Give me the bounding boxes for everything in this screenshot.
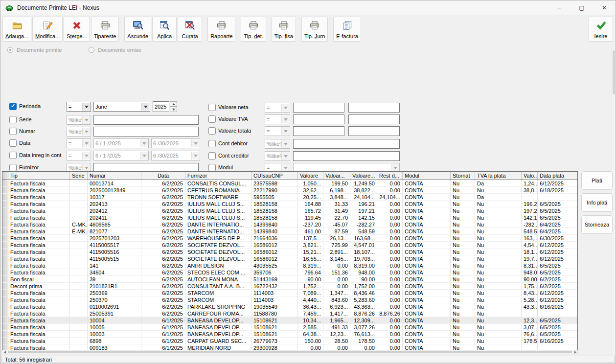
scroll-left-arrow-icon[interactable]	[2, 350, 7, 354]
column-header-tva-la-plata[interactable]: TVA la plata	[475, 172, 522, 180]
filter-input-cont-creditor-0[interactable]	[293, 151, 400, 161]
toolbar-button-tip-jurn[interactable]: Tip. Jurn	[301, 17, 328, 42]
toolbar-button-iesire[interactable]: Iesire	[589, 17, 613, 42]
column-header-numar[interactable]: Numar	[88, 172, 141, 180]
table-row[interactable]: Factura fiscala2025000128496/2/2025CEETR…	[2, 187, 577, 194]
row-indicator	[2, 283, 8, 289]
table-row[interactable]: Factura fiscala103176/2/2025TRONN SOFTWA…	[2, 194, 577, 201]
checkbox-cont-creditor[interactable]	[208, 152, 216, 159]
cell-serie	[70, 276, 88, 282]
filter-input-valoare-totala-0[interactable]	[293, 126, 344, 136]
column-header-tip[interactable]: Tip	[8, 172, 70, 180]
table-row[interactable]: Factura fiscala2503706/2/2025STARCOM1114…	[2, 296, 577, 303]
table-row[interactable]: Factura fiscalaC-MK...46065656/2/2025DAN…	[2, 221, 577, 228]
filter-input-valoare-tva-1[interactable]	[348, 114, 400, 124]
table-row[interactable]: Factura fiscala01100026916/2/2025PARKLAK…	[2, 303, 577, 310]
scrollbar-thumb[interactable]	[613, 50, 615, 94]
checkbox-valoare-totala[interactable]	[208, 127, 216, 135]
toolbar-button-sterge[interactable]: Sterge...	[64, 17, 90, 42]
toolbar-button-modifica[interactable]: Modifica...	[32, 17, 63, 42]
filter-input-valoare-tva-0[interactable]	[293, 114, 344, 124]
column-header-data-plata[interactable]: Data plata	[538, 172, 578, 180]
filter-input-valoare-neta-0[interactable]	[293, 103, 344, 113]
table-row[interactable]: Factura fiscala41150055166/2/2025SOCIETA…	[2, 249, 577, 255]
cell-valo: 163,...	[522, 235, 538, 241]
maximize-button[interactable]: ▢	[570, 0, 593, 15]
minimize-button[interactable]: –	[548, 0, 570, 15]
table-row[interactable]: Factura fiscala250053916/2/2025CARREFOUR…	[2, 310, 577, 317]
table-row[interactable]: Factura fiscala100046/1/2025BANEASA DEVE…	[2, 317, 577, 324]
column-header-furnizor[interactable]: Furnizor	[185, 172, 251, 180]
storneaza-button[interactable]: Storneaza	[581, 215, 613, 234]
close-button[interactable]: ✕	[593, 0, 616, 15]
operator-select-cont-debitor[interactable]: %like%	[265, 139, 290, 149]
table-row[interactable]: Bon fiscal396/2/2025AUTOCLEAN MONA514431…	[2, 276, 577, 283]
toolbar-button-adauga[interactable]: Adauga...	[2, 17, 31, 42]
table-row[interactable]: Factura fiscala100036/1/2025BANEASA DEVE…	[2, 331, 577, 338]
cell-modul: CONTA	[403, 187, 451, 193]
operator-select-valoare-totala[interactable]: =	[265, 126, 290, 136]
checkbox-modul[interactable]	[208, 164, 216, 171]
plati-button[interactable]: Plati	[581, 171, 613, 190]
info-plati-button[interactable]: Info plati	[581, 193, 613, 212]
table-row[interactable]: Factura fiscala2024126/2/2025IULIUS MALL…	[2, 207, 577, 214]
scroll-right-arrow-icon[interactable]	[573, 350, 577, 354]
radio-documente-primite[interactable]: Documente primite	[7, 47, 62, 53]
cell-tip: Factura fiscala	[8, 310, 70, 317]
column-header-valoare[interactable]: Valoare...	[350, 172, 377, 180]
table-row[interactable]: Factura fiscala2024136/2/2025IULIUS MALL…	[2, 201, 577, 207]
table-row[interactable]: Factura fiscala000137146/2/2025CONSALTIS…	[2, 180, 577, 187]
cell-valoare: 90.00	[298, 276, 323, 282]
operator-value: =	[267, 116, 270, 122]
toolbar-button-rapoarte[interactable]: Rapoarte	[207, 17, 235, 42]
table-row[interactable]: Factura fiscala41150055176/2/2025SOCIETA…	[2, 242, 577, 249]
table-row[interactable]: Factura fiscala20257012036/2/2025WAREHOU…	[2, 235, 577, 242]
operator-select-valoare-tva[interactable]: =	[265, 114, 290, 124]
filter-input-valoare-neta-1[interactable]	[348, 103, 400, 113]
column-header-stornat[interactable]: Stornat	[451, 172, 475, 180]
column-header-valo[interactable]: Valo...	[522, 172, 538, 180]
toolbar-button-aplica[interactable]: Aplica	[152, 17, 177, 42]
cell-numar: 202412	[88, 207, 141, 214]
table-row[interactable]: Factura fiscalaE-MK...8210776/2/2025DANT…	[2, 228, 577, 235]
scrollbar-thumb[interactable]	[8, 351, 572, 353]
cell-tva-la-plata: Nu	[475, 228, 522, 234]
cell-valoare: 36,43...	[298, 303, 323, 310]
radio-documente-emise[interactable]: Documente emise	[89, 47, 141, 53]
column-header-data[interactable]: Data	[141, 172, 185, 180]
toolbar-button-tipareste[interactable]: Tipareste	[91, 17, 119, 42]
toolbar-button-tip-fisa[interactable]: Tip. fisa	[272, 17, 296, 42]
checkbox-cont-debitor[interactable]	[208, 140, 216, 147]
table-row[interactable]: Factura fiscala346046/2/2025STECOS ELEC …	[2, 269, 577, 276]
checkbox-valoare-tva[interactable]	[208, 115, 216, 123]
toolbar-button-ascunde[interactable]: Ascunde	[124, 17, 151, 42]
cell-tip: Factura fiscala	[8, 303, 70, 310]
grid-horizontal-scrollbar[interactable]	[2, 350, 578, 354]
chevron-down-icon	[281, 104, 289, 112]
cell-numar: 202413	[88, 201, 141, 207]
cell-rest-d: 0.00	[377, 283, 403, 289]
column-header-serie[interactable]: Serie	[70, 172, 88, 180]
table-row[interactable]: Factura fiscala2024116/2/2025IULIUS MALL…	[2, 214, 577, 221]
toolbar-button-curata[interactable]: Curata	[178, 17, 202, 42]
checkbox-valoare-neta[interactable]	[208, 104, 216, 111]
table-row[interactable]: Factura fiscala100056/1/2025BANEASA DEVE…	[2, 324, 577, 331]
column-header-valoare[interactable]: Valoare	[298, 172, 323, 180]
filter-input-cont-debitor-0[interactable]	[293, 139, 400, 149]
table-row[interactable]: Decont prima2101821R16/2/2025CONSULTANT …	[2, 283, 577, 290]
table-row[interactable]: Factura fiscala1416/2/2025ANIRI DESIGN43…	[2, 262, 577, 269]
table-row[interactable]: Factura fiscala68986/1/2025CARPAT GUARD …	[2, 338, 577, 344]
column-header-valoar[interactable]: Valoar...	[323, 172, 350, 180]
operator-select-valoare-neta[interactable]: =	[265, 103, 290, 113]
column-header-cuisaucnp[interactable]: CUIsauCNP	[251, 172, 298, 180]
cell-data: 6/2/2025	[141, 235, 185, 241]
filter-input-valoare-totala-1[interactable]	[348, 126, 400, 136]
toolbar-button-tip-det[interactable]: Tip. det.	[241, 17, 266, 42]
column-header-modul[interactable]: Modul	[403, 172, 451, 180]
toolbar-button-label: Tipareste	[94, 33, 116, 39]
table-row[interactable]: Factura fiscala41150055156/2/2025SOCIETA…	[2, 255, 577, 262]
column-header-rest-d[interactable]: Rest d...	[377, 172, 403, 180]
toolbar-button-e-factura[interactable]: E-factura	[333, 17, 361, 42]
table-row[interactable]: Factura fiscala2503696/2/2025STARCOM1114…	[2, 290, 577, 296]
operator-select-cont-creditor[interactable]: %like%	[265, 151, 290, 161]
